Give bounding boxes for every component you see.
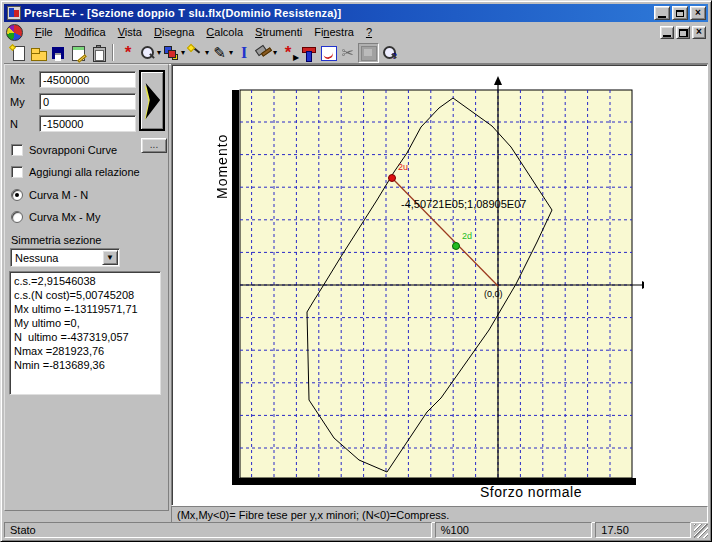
- run-arrow-icon: [143, 78, 161, 124]
- insert-point-button[interactable]: *: [118, 43, 138, 63]
- new-report-button[interactable]: [8, 43, 28, 63]
- menu-item-file[interactable]: File: [29, 24, 59, 41]
- mdi-close-button[interactable]: ×: [692, 26, 706, 39]
- status-text: Stato: [4, 522, 432, 538]
- field-row-mx: Mx: [10, 71, 136, 88]
- minimize-button[interactable]: [654, 6, 670, 20]
- radio-curva-m-n[interactable]: [11, 189, 23, 201]
- annotation-label: -4,50721E05;1,08905E07: [401, 198, 526, 210]
- menu-item-disegna[interactable]: Disegna: [148, 24, 200, 41]
- menu-item-calcola[interactable]: Calcola: [200, 24, 249, 41]
- zoom-icon: [139, 45, 156, 61]
- menu-item-strumenti[interactable]: Strumenti: [249, 24, 308, 41]
- save-file-button[interactable]: [48, 43, 68, 63]
- x-axis-label: Sforzo normale: [480, 484, 582, 500]
- ultimate-point: [389, 175, 396, 182]
- design-point-label: 2d: [462, 231, 472, 241]
- my-label: My: [10, 96, 39, 108]
- new-report-icon: [10, 45, 27, 61]
- radio-label: Curva Mx - My: [29, 211, 101, 223]
- edit-report-button[interactable]: [68, 43, 88, 63]
- clip-icon: [96, 45, 101, 48]
- window-title: PresFLE+ - [Sezione doppio T slu.flx(Dom…: [24, 7, 654, 19]
- chevron-down-icon[interactable]: ▼: [102, 250, 118, 265]
- compute-button[interactable]: [139, 70, 165, 131]
- mdi-restore-button[interactable]: [676, 26, 690, 39]
- dropdown-arrow-icon[interactable]: ▾: [229, 48, 233, 57]
- results-listbox[interactable]: c.s.=2,91546038c.s.(N cost)=5,00745208Mx…: [9, 271, 161, 395]
- radio-row: Curva M - N: [11, 189, 88, 201]
- symmetry-value: Nessuna: [11, 252, 102, 264]
- app-logo-icon[interactable]: [6, 24, 23, 41]
- minimize-icon: [658, 16, 666, 18]
- cut-button: ✂: [338, 43, 358, 63]
- radio-label: Curva M - N: [29, 189, 88, 201]
- checkbox-label: Aggiungi alla relazione: [29, 166, 140, 178]
- field-row-my: My: [10, 93, 136, 110]
- checkbox-sovrapponi[interactable]: [11, 144, 23, 156]
- status-value: 17.50: [595, 522, 691, 538]
- design-point: [453, 243, 460, 250]
- menu-item-finestra[interactable]: Finestra: [308, 24, 360, 41]
- maximize-button[interactable]: [672, 6, 688, 20]
- app-icon[interactable]: [7, 6, 21, 20]
- paste-button[interactable]: [88, 43, 108, 63]
- status-zoom: %100: [435, 522, 593, 538]
- menu-bar: FileModificaVistaDisegnaCalcolaStrumenti…: [4, 23, 708, 42]
- result-line: Nmin =-813689,36: [14, 358, 160, 372]
- insert-load-point-button[interactable]: *▶: [278, 43, 298, 63]
- wizard-button[interactable]: ▾: [186, 43, 210, 63]
- resize-grip[interactable]: [694, 524, 708, 538]
- close-icon: ×: [695, 8, 701, 18]
- radio-row: Curva Mx - My: [11, 211, 101, 223]
- maximize-icon: [676, 10, 684, 17]
- find-icon: ?: [381, 45, 398, 61]
- field-row-n: N: [10, 115, 136, 132]
- checkbox-relazione[interactable]: [11, 166, 23, 178]
- checkbox-row: Aggiungi alla relazione: [11, 166, 140, 178]
- origin-label: (0,0): [484, 289, 503, 299]
- dropdown-arrow-icon[interactable]: ▾: [273, 48, 277, 57]
- t-section-button[interactable]: [298, 43, 318, 63]
- menu-item-modifica[interactable]: Modifica: [59, 24, 112, 41]
- tools-button[interactable]: ▾: [254, 43, 278, 63]
- mdi-minimize-button[interactable]: [660, 26, 674, 39]
- menu-item-?[interactable]: ?: [360, 24, 378, 41]
- title-bar[interactable]: PresFLE+ - [Sezione doppio T slu.flx(Dom…: [4, 4, 708, 22]
- interaction-domain-plot: 2u2d-4,50721E05;1,08905E07(0,0): [230, 76, 644, 488]
- zoom-button[interactable]: ▾: [138, 43, 162, 63]
- dropdown-arrow-icon[interactable]: ▾: [157, 48, 161, 57]
- result-line: My ultimo =0,: [14, 316, 160, 330]
- save-file-icon: [50, 45, 67, 61]
- toolbar: *▾▾▾✎▾I▾*▶✂?: [4, 42, 708, 64]
- menu-item-vista[interactable]: Vista: [112, 24, 148, 41]
- image-button: [358, 43, 379, 63]
- n-input[interactable]: [39, 115, 136, 132]
- domain-plot-icon: [320, 45, 337, 61]
- axis-y-arrow: [494, 76, 502, 85]
- mx-input[interactable]: [39, 71, 136, 88]
- radio-curva-mx-my[interactable]: [11, 211, 23, 223]
- paste-icon: [90, 45, 107, 61]
- draw-icon: ✎: [211, 45, 228, 60]
- dropdown-arrow-icon[interactable]: ▾: [205, 48, 209, 57]
- image-icon: [360, 45, 377, 61]
- draw-button[interactable]: ✎▾: [210, 43, 234, 63]
- materials-icon: [163, 45, 180, 61]
- section-ibeam-icon: I: [236, 45, 253, 60]
- mdi-minimize-icon: [663, 35, 671, 37]
- my-input[interactable]: [39, 93, 136, 110]
- section-ibeam-button[interactable]: I: [234, 43, 254, 63]
- materials-button[interactable]: ▾: [162, 43, 186, 63]
- open-file-button[interactable]: [28, 43, 48, 63]
- more-options-button[interactable]: ...: [141, 138, 167, 153]
- symmetry-label: Simmetria sezione: [11, 234, 101, 246]
- question-icon: ?: [392, 51, 398, 61]
- plot-background: [240, 90, 632, 478]
- mx-label: Mx: [10, 74, 39, 86]
- domain-plot-button[interactable]: [318, 43, 338, 63]
- close-button[interactable]: ×: [690, 6, 706, 20]
- dropdown-arrow-icon[interactable]: ▾: [181, 48, 185, 57]
- symmetry-select[interactable]: Nessuna ▼: [10, 248, 120, 267]
- find-button[interactable]: ?: [379, 43, 399, 63]
